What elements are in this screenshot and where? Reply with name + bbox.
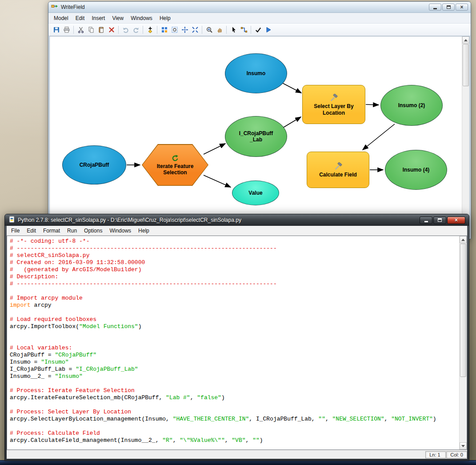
code-line: # selectCR_sinSolapa.py: [10, 252, 456, 259]
modelbuilder-titlebar[interactable]: WriteField ×: [48, 2, 471, 13]
menu-help[interactable]: Help: [156, 13, 174, 23]
maximize-button[interactable]: [433, 216, 446, 224]
code-line: CRojaPBuff = "CRojaPBuff": [10, 352, 456, 359]
maximize-button[interactable]: [442, 4, 455, 11]
iterate-loop-icon: [171, 154, 179, 162]
toolbar-separator: [73, 26, 74, 34]
pan-button[interactable]: [214, 25, 224, 35]
minimize-button[interactable]: [420, 216, 432, 224]
model-node-i-crojapbuff-lab[interactable]: I_CRojaPBuff _Lab: [225, 116, 287, 157]
code-scrollbar[interactable]: [459, 236, 467, 449]
delete-button[interactable]: [106, 25, 116, 35]
hammer-icon: [334, 162, 342, 170]
zoom-in-button[interactable]: [204, 25, 214, 35]
zoom-actual-button[interactable]: [190, 25, 200, 35]
model-node-calculate-field[interactable]: Calculate Field: [307, 152, 369, 188]
code-line: [10, 401, 456, 409]
validate-button[interactable]: [253, 25, 263, 35]
scroll-up-button[interactable]: [462, 36, 469, 44]
triangle-up-icon: [461, 239, 465, 241]
model-menubar: ModelEditInsertViewWindowsHelp: [48, 13, 471, 24]
node-label: Insumo (4): [403, 167, 430, 173]
menu-model[interactable]: Model: [50, 13, 72, 23]
toolbar-separator: [143, 26, 143, 34]
model-node-insumo-2[interactable]: Insumo (2): [380, 85, 443, 126]
model-node-crojapbuff[interactable]: CRojaPBuff: [62, 145, 126, 184]
model-canvas[interactable]: Insumo Select Layer By Location Insumo (…: [49, 36, 470, 238]
toolbar-separator: [118, 26, 119, 34]
code-line: arcpy.ImportToolbox("Model Functions"): [10, 323, 456, 330]
code-line: # (generated by ArcGIS/ModelBuilder): [10, 266, 456, 273]
code-line: [10, 337, 456, 345]
copy-button[interactable]: [86, 25, 96, 35]
select-button[interactable]: [228, 25, 239, 35]
status-col-indicator: Col: 0: [446, 451, 467, 458]
menu-format[interactable]: Format: [40, 226, 64, 235]
python-statusbar: Ln: 1 Col: 0: [7, 450, 467, 459]
connect-button[interactable]: [239, 25, 249, 35]
menu-file[interactable]: File: [8, 226, 23, 235]
model-canvas-scrollbar[interactable]: [462, 36, 469, 237]
model-node-value[interactable]: Value: [232, 180, 279, 205]
auto-layout-button[interactable]: [159, 25, 169, 35]
code-line: # Description:: [10, 273, 456, 281]
scroll-thumb[interactable]: [460, 244, 466, 377]
save-button[interactable]: [51, 25, 61, 35]
model-toolbar: [48, 24, 471, 36]
scroll-thumb[interactable]: [463, 44, 469, 86]
menu-windows[interactable]: Windows: [106, 226, 135, 235]
code-line: I_CRojaPBuff_Lab = "I_CRojaPBuff_Lab": [10, 366, 456, 373]
cut-button[interactable]: [76, 25, 86, 35]
model-node-insumo-4[interactable]: Insumo (4): [385, 150, 447, 190]
code-line: # --------------------------------------…: [10, 245, 456, 252]
code-line: [10, 309, 456, 316]
code-line: # Process: Calculate Field: [10, 430, 456, 437]
code-line: import arcpy: [10, 302, 456, 309]
minimize-button[interactable]: [429, 4, 441, 11]
minimize-icon: [433, 8, 437, 9]
menu-windows[interactable]: Windows: [127, 13, 156, 23]
code-line: # Process: Select Layer By Location: [10, 409, 456, 416]
model-node-select-layer-by-location[interactable]: Select Layer By Location: [302, 85, 365, 124]
zoom-full-extent-button[interactable]: [180, 25, 190, 35]
code-line: # Local variables:: [10, 345, 456, 352]
code-editor[interactable]: # -*- coding: utf-8 -*-# ---------------…: [7, 236, 467, 450]
maximize-icon: [438, 218, 442, 222]
fit-diagram-button[interactable]: [169, 25, 180, 35]
code-line: arcpy.SelectLayerByLocation_management(I…: [10, 416, 456, 423]
menu-run[interactable]: Run: [64, 226, 80, 235]
code-line: arcpy.CalculateField_management(Insumo__…: [10, 437, 456, 444]
undo-button[interactable]: [120, 25, 131, 35]
close-button[interactable]: ×: [456, 4, 468, 11]
modelbuilder-window: WriteField × ModelEditInsertViewWindowsH…: [48, 1, 471, 239]
toolbar-separator: [251, 26, 251, 34]
code-line: # -*- coding: utf-8 -*-: [10, 238, 456, 245]
scroll-up-button[interactable]: [460, 236, 467, 243]
close-icon: ×: [455, 217, 458, 223]
add-data-button[interactable]: [145, 25, 155, 35]
print-button[interactable]: [61, 25, 72, 35]
redo-button[interactable]: [131, 25, 141, 35]
python-titlebar[interactable]: Python 2.7.8: selectCR_sinSolapa.py - D:…: [5, 214, 469, 226]
menu-help[interactable]: Help: [135, 226, 153, 235]
menu-edit[interactable]: Edit: [23, 226, 40, 235]
menu-edit[interactable]: Edit: [72, 13, 88, 23]
toolbar-separator: [202, 26, 202, 34]
model-window-title: WriteField: [61, 4, 85, 10]
model-node-insumo[interactable]: Insumo: [225, 53, 287, 93]
menu-view[interactable]: View: [108, 13, 127, 23]
menu-options[interactable]: Options: [80, 226, 106, 235]
code-line: arcpy.IterateFeatureSelection_mb(CRojaPB…: [10, 394, 456, 401]
code-line: [10, 423, 456, 430]
menu-insert[interactable]: Insert: [88, 13, 108, 23]
code-line: Insumo__2_ = "Insumo": [10, 373, 456, 380]
run-button[interactable]: [263, 25, 273, 35]
paste-button[interactable]: [96, 25, 106, 35]
python-window-body: FileEditFormatRunOptionsWindowsHelp # -*…: [7, 226, 467, 459]
close-button[interactable]: ×: [447, 216, 465, 224]
model-diagram: Insumo Select Layer By Location Insumo (…: [50, 36, 462, 237]
toolbar-separator: [157, 26, 157, 34]
scroll-down-button[interactable]: [460, 442, 467, 449]
code-line: # --------------------------------------…: [10, 281, 456, 288]
maximize-icon: [447, 5, 451, 9]
